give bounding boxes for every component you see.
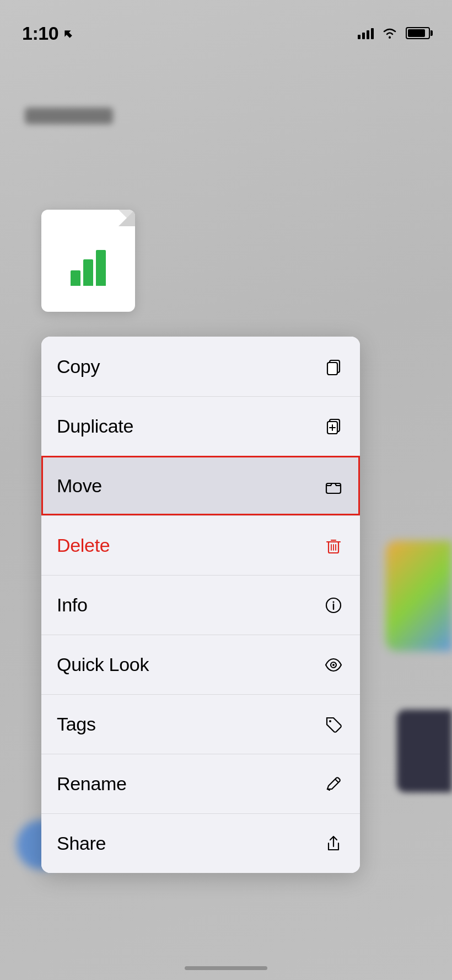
eye-icon (322, 654, 345, 676)
menu-item-delete[interactable]: Delete (41, 515, 360, 575)
copy-icon (322, 355, 345, 377)
wifi-icon (381, 27, 398, 39)
numbers-chart (71, 247, 106, 286)
menu-item-tags[interactable]: Tags (41, 694, 360, 754)
rename-label: Rename (57, 773, 127, 795)
bg-blur-element (25, 108, 113, 124)
chart-bar-1 (71, 270, 80, 286)
chart-bars (71, 247, 106, 286)
battery-icon (406, 27, 430, 39)
bg-color-blob (386, 541, 452, 651)
duplicate-label: Duplicate (57, 416, 133, 437)
menu-item-duplicate[interactable]: Duplicate (41, 396, 360, 456)
duplicate-icon (322, 416, 345, 438)
menu-item-rename[interactable]: Rename (41, 754, 360, 813)
trash-icon (322, 535, 345, 557)
menu-item-copy[interactable]: Copy (41, 337, 360, 396)
signal-bars (358, 27, 374, 39)
svg-line-20 (335, 779, 338, 782)
file-icon-container (41, 210, 135, 312)
file-fold (119, 210, 135, 226)
menu-item-share[interactable]: Share (41, 813, 360, 873)
signal-bar-2 (362, 33, 365, 39)
svg-point-0 (389, 36, 391, 39)
status-bar: 1:10 (0, 0, 452, 50)
chart-bar-3 (96, 250, 106, 286)
move-label: Move (57, 475, 102, 497)
context-menu: Copy Duplicate Move (41, 337, 360, 873)
signal-bar-3 (367, 30, 369, 39)
quicklook-label: Quick Look (57, 654, 149, 675)
bg-dark-blob (397, 710, 452, 792)
pencil-icon (322, 773, 345, 795)
share-icon (322, 833, 345, 855)
info-icon (322, 594, 345, 616)
status-icons (358, 27, 430, 39)
svg-rect-2 (327, 363, 337, 375)
svg-point-16 (333, 601, 335, 603)
menu-item-move[interactable]: Move (41, 456, 360, 515)
svg-rect-7 (326, 483, 341, 493)
menu-item-info[interactable]: Info (41, 575, 360, 635)
menu-item-quicklook[interactable]: Quick Look (41, 635, 360, 694)
share-label: Share (57, 833, 106, 854)
info-label: Info (57, 594, 88, 616)
move-icon (322, 475, 345, 497)
battery-fill (408, 29, 425, 37)
signal-bar-4 (371, 28, 374, 39)
copy-label: Copy (57, 356, 100, 377)
status-time: 1:10 (22, 23, 58, 44)
home-indicator (185, 966, 267, 970)
chart-bar-2 (83, 259, 93, 286)
location-icon (63, 29, 73, 39)
svg-point-18 (332, 664, 335, 666)
svg-point-19 (329, 720, 331, 722)
signal-bar-1 (358, 35, 360, 39)
tags-label: Tags (57, 713, 96, 735)
tag-icon (322, 713, 345, 736)
file-icon (41, 210, 135, 312)
delete-label: Delete (57, 535, 110, 556)
